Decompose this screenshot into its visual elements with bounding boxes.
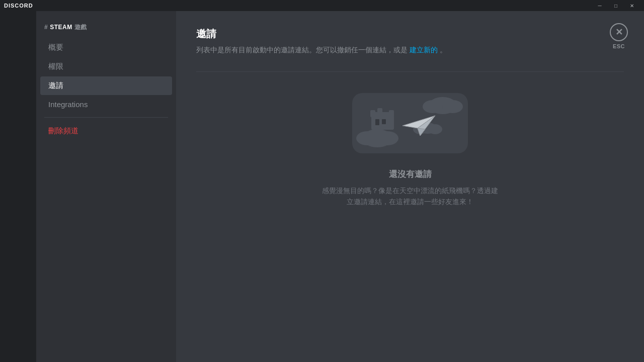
svg-point-5: [423, 100, 443, 113]
discord-logo: DISCORD: [4, 3, 33, 9]
svg-point-2: [356, 131, 378, 145]
description-before-link: 列表中是所有目前啟動中的邀請連結。您可以撤銷任一個連結，或是: [196, 46, 408, 54]
titlebar: DISCORD ─ □ ✕: [0, 0, 644, 11]
esc-button[interactable]: ✕ ESC: [610, 23, 628, 49]
svg-rect-14: [375, 119, 379, 125]
page-title: 邀請: [196, 27, 624, 41]
create-new-link[interactable]: 建立新的: [410, 46, 438, 54]
nav-item-invites[interactable]: 邀請: [40, 76, 172, 95]
empty-state: 還沒有邀請 感覺漫無目的嗎？像是在天空中漂流的紙飛機嗎？透過建立邀請連結，在這裡…: [196, 88, 624, 208]
svg-point-3: [376, 131, 398, 145]
nav-item-integrations[interactable]: Integrations: [40, 96, 172, 113]
nav-divider: [44, 117, 168, 118]
esc-label: ESC: [613, 43, 625, 49]
svg-point-6: [443, 100, 463, 113]
app-body: #STEAM 遊戲 概要 權限 邀請 Integrations 刪除頻道 ✕ E…: [0, 11, 644, 362]
page-description: 列表中是所有目前啟動中的邀請連結。您可以撤銷任一個連結，或是 建立新的 。: [196, 45, 624, 55]
svg-rect-12: [389, 110, 394, 117]
description-after-link: 。: [440, 46, 447, 54]
empty-state-title: 還沒有邀請: [389, 168, 432, 180]
svg-rect-13: [377, 108, 382, 115]
settings-sidebar: #STEAM 遊戲 概要 權限 邀請 Integrations 刪除頻道: [36, 11, 176, 362]
esc-circle-icon: ✕: [610, 23, 628, 41]
close-button[interactable]: ✕: [624, 0, 640, 11]
channel-hash: #: [44, 24, 48, 31]
maximize-button[interactable]: □: [608, 0, 624, 11]
svg-rect-15: [382, 119, 386, 124]
channel-header: #STEAM 遊戲: [36, 19, 176, 38]
server-list: [0, 11, 36, 362]
window-controls: ─ □ ✕: [592, 0, 640, 11]
channel-name: STEAM: [50, 24, 72, 31]
svg-rect-11: [370, 110, 375, 117]
nav-item-permissions[interactable]: 權限: [40, 57, 172, 76]
minimize-button[interactable]: ─: [592, 0, 608, 11]
channel-category: 遊戲: [74, 24, 87, 31]
main-content: ✕ ESC 邀請 列表中是所有目前啟動中的邀請連結。您可以撤銷任一個連結，或是 …: [176, 11, 644, 362]
empty-state-description: 感覺漫無目的嗎？像是在天空中漂流的紙飛機嗎？透過建立邀請連結，在這裡邀請一些好友…: [319, 185, 501, 208]
nav-item-overview[interactable]: 概要: [40, 38, 172, 57]
nav-item-delete[interactable]: 刪除頻道: [40, 122, 172, 140]
paper-plane-illustration: [347, 88, 473, 158]
svg-point-9: [428, 124, 442, 134]
content-divider: [196, 71, 624, 72]
